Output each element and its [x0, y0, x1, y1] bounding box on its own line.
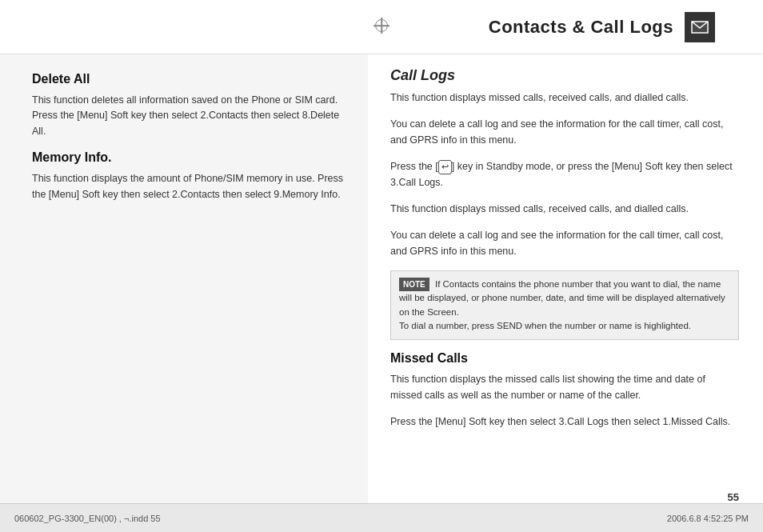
key-icon: ↩ [438, 160, 452, 174]
footer-left: 060602_PG-3300_EN(00) , ¬.indd 55 [14, 514, 161, 523]
call-logs-para2: You can delete a call log and see the in… [390, 117, 739, 148]
page-title: Contacts & Call Logs [489, 17, 673, 38]
delete-all-heading: Delete All [32, 72, 346, 86]
missed-calls-para1: This function displays the missed calls … [390, 372, 739, 403]
right-column: Call Logs This function displays missed … [368, 54, 763, 503]
note-text: If Contacts contains the phone number th… [399, 279, 725, 330]
call-logs-para1: This function displays missed calls, rec… [390, 90, 739, 106]
call-logs-para3: Press the [↩] key in Standby mode, or pr… [390, 159, 739, 190]
missed-calls-heading: Missed Calls [390, 351, 739, 366]
footer: 060602_PG-3300_EN(00) , ¬.indd 55 2006.6… [0, 503, 763, 532]
delete-all-body: This function deletes all information sa… [32, 93, 346, 139]
memory-info-heading: Memory Info. [32, 150, 346, 165]
header: Contacts & Call Logs [0, 0, 763, 54]
envelope-icon [685, 12, 715, 42]
header-title-area: Contacts & Call Logs [489, 0, 715, 54]
memory-info-body: This function displays the amount of Pho… [32, 171, 346, 202]
footer-right: 2006.6.8 4:52:25 PM [667, 514, 749, 523]
page-number: 55 [728, 491, 739, 503]
note-label: NOTE [399, 278, 429, 291]
missed-calls-para2: Press the [Menu] Soft key then select 3.… [390, 414, 739, 430]
call-logs-heading: Call Logs [390, 67, 739, 84]
crosshair-top [374, 18, 389, 34]
call-logs-para5: You can delete a call log and see the in… [390, 228, 739, 259]
call-logs-para4: This function displays missed calls, rec… [390, 202, 739, 217]
note-box: NOTE If Contacts contains the phone numb… [390, 270, 739, 340]
left-column: Delete All This function deletes all inf… [0, 54, 368, 503]
